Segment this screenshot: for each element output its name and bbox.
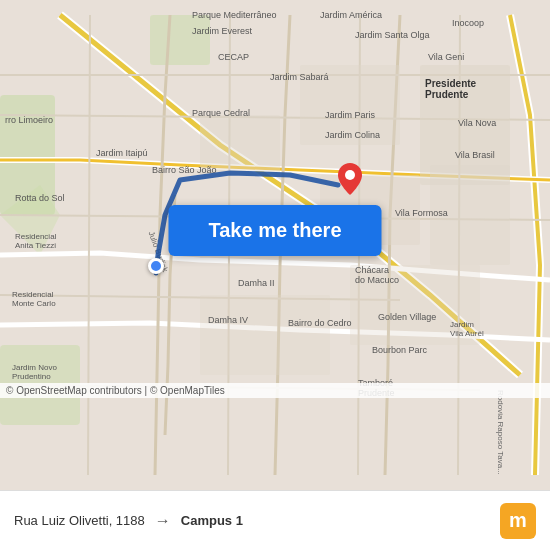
svg-point-12	[345, 170, 355, 180]
attribution-text: © OpenStreetMap contributors | © OpenMap…	[6, 385, 225, 396]
svg-rect-11	[200, 295, 330, 375]
svg-rect-9	[430, 165, 510, 265]
current-location-dot	[148, 258, 164, 274]
destination-label: Campus 1	[181, 513, 243, 528]
app: Parque Mediterrâneo Jardim Everest Jardi…	[0, 0, 550, 550]
destination-marker	[338, 163, 362, 199]
take-me-there-button[interactable]: Take me there	[168, 205, 381, 256]
map-attribution: © OpenStreetMap contributors | © OpenMap…	[0, 383, 550, 398]
map-container: Parque Mediterrâneo Jardim Everest Jardi…	[0, 0, 550, 490]
moovit-logo: m	[500, 503, 536, 539]
route-info: Rua Luiz Olivetti, 1188 → Campus 1	[14, 512, 243, 530]
route-arrow-icon: →	[155, 512, 171, 530]
moovit-icon: m	[500, 503, 536, 539]
svg-rect-6	[300, 65, 400, 145]
bottom-bar: Rua Luiz Olivetti, 1188 → Campus 1 m	[0, 490, 550, 550]
origin-label: Rua Luiz Olivetti, 1188	[14, 513, 145, 528]
svg-rect-3	[150, 15, 210, 65]
svg-rect-10	[350, 265, 480, 345]
svg-rect-7	[200, 115, 280, 175]
